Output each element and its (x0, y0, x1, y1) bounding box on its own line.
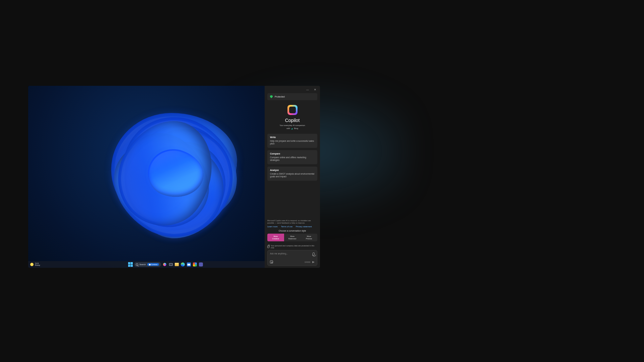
suggestion-card-write[interactable]: Write Help me prepare and write a succes… (267, 134, 317, 148)
search-placeholder: Search (140, 263, 146, 265)
char-counter: 0/4000 (305, 261, 310, 263)
protection-note: Your personal and company data are prote… (265, 243, 320, 250)
chat-input-area: Ask me anything... 0/4000 (265, 250, 320, 268)
copilot-logo-icon (287, 105, 298, 115)
card-text: Create a SWOT analysis about environment… (270, 173, 315, 178)
style-creative[interactable]: More Creative (267, 234, 284, 241)
wallpaper-bloom (87, 86, 261, 253)
style-balanced[interactable]: More Balanced (284, 234, 301, 241)
sun-icon (30, 263, 34, 266)
card-title: Compare (270, 153, 315, 155)
org-pill[interactable]: Contoso (147, 263, 159, 266)
protected-label: Protected (275, 96, 285, 98)
taskbar-search[interactable]: Search Contoso (134, 262, 161, 267)
copilot-hero: Copilot Your everyday AI companion with … (265, 100, 320, 131)
widgets-icon[interactable] (193, 262, 197, 267)
chat-placeholder: Ask me anything... (270, 252, 288, 255)
weather-widget[interactable]: 71°F Sunny (30, 263, 40, 266)
taskbar-copilot-icon[interactable] (162, 262, 167, 267)
weather-cond: Sunny (35, 264, 40, 266)
suggestion-card-analyze[interactable]: Analyze Create a SWOT analysis about env… (267, 167, 317, 181)
link-learn-more[interactable]: Learn more (267, 226, 278, 228)
card-text: Compare online and offline marketing str… (270, 156, 315, 162)
chat-input[interactable]: Ask me anything... 0/4000 (267, 250, 317, 266)
copilot-title: Copilot (267, 118, 317, 123)
bing-text: Bing (294, 127, 298, 129)
card-title: Write (270, 136, 315, 138)
copilot-panel: — ✕ Protected Copilot Your everyday AI c… (265, 86, 320, 268)
edge-icon[interactable] (180, 262, 185, 267)
org-icon (149, 264, 151, 265)
org-label: Contoso (151, 263, 158, 265)
link-terms[interactable]: Terms of use (281, 226, 292, 228)
card-text: Help me prepare and write a successful s… (270, 140, 315, 145)
file-explorer-icon[interactable] (174, 262, 179, 267)
task-view-icon[interactable] (168, 262, 173, 267)
teams-icon[interactable] (199, 262, 203, 267)
search-icon (136, 263, 138, 266)
microphone-icon[interactable] (313, 252, 315, 256)
style-heading: Choose a conversation style (267, 230, 317, 232)
style-precise[interactable]: More Precise (301, 234, 317, 241)
conversation-style-section: Choose a conversation style More Creativ… (265, 230, 320, 243)
minimize-button[interactable]: — (306, 88, 309, 91)
with-text: with (286, 127, 290, 129)
protected-bar[interactable]: Protected (267, 93, 317, 100)
copilot-subtitle: Your everyday AI companion (267, 124, 317, 126)
send-icon[interactable] (312, 261, 315, 263)
disclaimer-text: Microsoft Copilot uses AI to respond, so… (265, 218, 320, 225)
lock-icon (267, 246, 269, 248)
close-button[interactable]: ✕ (313, 88, 317, 91)
suggestion-cards: Write Help me prepare and write a succes… (265, 131, 320, 218)
window-controls: — ✕ (265, 86, 320, 93)
style-toggle: More Creative More Balanced More Precise (267, 234, 317, 241)
store-icon[interactable] (186, 262, 191, 267)
new-topic-icon[interactable] (270, 260, 273, 263)
card-title: Analyze (270, 169, 315, 171)
shield-icon (270, 95, 273, 98)
bing-icon (291, 127, 293, 130)
footer-links: Learn more Terms of use Privacy statemen… (265, 225, 320, 230)
link-privacy[interactable]: Privacy statement (296, 226, 312, 228)
suggestion-card-compare[interactable]: Compare Compare online and offline marke… (267, 150, 317, 164)
start-button[interactable] (128, 262, 133, 267)
